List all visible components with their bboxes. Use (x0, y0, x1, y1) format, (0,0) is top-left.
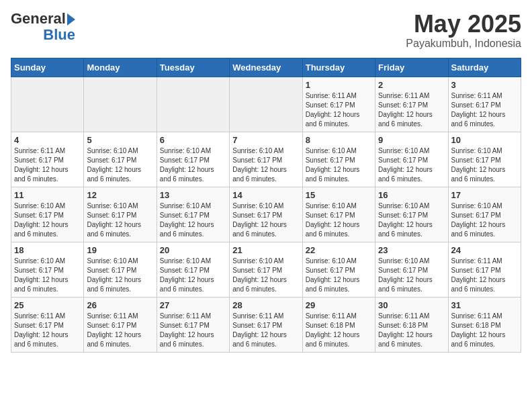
week-row-1: 1Sunrise: 6:11 AM Sunset: 6:17 PM Daylig… (11, 77, 521, 132)
day-number: 20 (160, 245, 226, 255)
day-header-tuesday: Tuesday (157, 58, 229, 77)
day-number: 11 (14, 190, 81, 200)
day-header-friday: Friday (375, 58, 448, 77)
day-header-wednesday: Wednesday (230, 58, 302, 77)
calendar-cell: 19Sunrise: 6:10 AM Sunset: 6:17 PM Dayli… (84, 242, 157, 297)
logo: General Blue (11, 11, 75, 43)
day-header-thursday: Thursday (302, 58, 375, 77)
day-info: Sunrise: 6:11 AM Sunset: 6:18 PM Dayligh… (451, 312, 518, 349)
day-info: Sunrise: 6:11 AM Sunset: 6:18 PM Dayligh… (378, 312, 445, 349)
calendar-cell: 14Sunrise: 6:10 AM Sunset: 6:17 PM Dayli… (230, 187, 302, 242)
day-info: Sunrise: 6:10 AM Sunset: 6:17 PM Dayligh… (14, 201, 81, 239)
day-header-saturday: Saturday (448, 58, 521, 77)
calendar-cell: 24Sunrise: 6:11 AM Sunset: 6:17 PM Dayli… (448, 242, 521, 297)
day-info: Sunrise: 6:11 AM Sunset: 6:17 PM Dayligh… (14, 312, 81, 349)
day-info: Sunrise: 6:10 AM Sunset: 6:17 PM Dayligh… (87, 201, 153, 239)
day-number: 15 (306, 190, 372, 200)
week-row-3: 11Sunrise: 6:10 AM Sunset: 6:17 PM Dayli… (11, 187, 521, 242)
calendar-cell: 7Sunrise: 6:10 AM Sunset: 6:17 PM Daylig… (230, 132, 302, 187)
calendar-cell (230, 77, 302, 132)
day-number: 6 (160, 135, 226, 145)
day-number: 17 (451, 190, 518, 200)
day-info: Sunrise: 6:10 AM Sunset: 6:17 PM Dayligh… (160, 146, 226, 184)
day-info: Sunrise: 6:11 AM Sunset: 6:17 PM Dayligh… (232, 312, 299, 349)
day-info: Sunrise: 6:11 AM Sunset: 6:17 PM Dayligh… (87, 312, 153, 349)
day-number: 8 (306, 135, 372, 145)
calendar-cell: 2Sunrise: 6:11 AM Sunset: 6:17 PM Daylig… (375, 77, 448, 132)
day-info: Sunrise: 6:10 AM Sunset: 6:17 PM Dayligh… (378, 257, 445, 294)
day-info: Sunrise: 6:10 AM Sunset: 6:17 PM Dayligh… (87, 146, 153, 184)
day-info: Sunrise: 6:11 AM Sunset: 6:17 PM Dayligh… (306, 91, 372, 129)
calendar-cell: 16Sunrise: 6:10 AM Sunset: 6:17 PM Dayli… (375, 187, 448, 242)
day-number: 31 (451, 300, 518, 310)
day-header-monday: Monday (84, 58, 157, 77)
day-number: 18 (14, 245, 81, 255)
day-info: Sunrise: 6:10 AM Sunset: 6:17 PM Dayligh… (232, 257, 299, 294)
day-info: Sunrise: 6:10 AM Sunset: 6:17 PM Dayligh… (378, 201, 445, 239)
day-number: 4 (14, 135, 81, 145)
day-info: Sunrise: 6:10 AM Sunset: 6:17 PM Dayligh… (14, 257, 81, 294)
day-number: 25 (14, 300, 81, 310)
day-info: Sunrise: 6:11 AM Sunset: 6:17 PM Dayligh… (160, 312, 226, 349)
day-info: Sunrise: 6:10 AM Sunset: 6:17 PM Dayligh… (378, 146, 445, 184)
day-info: Sunrise: 6:10 AM Sunset: 6:17 PM Dayligh… (306, 201, 372, 239)
calendar-cell: 13Sunrise: 6:10 AM Sunset: 6:17 PM Dayli… (157, 187, 229, 242)
week-row-2: 4Sunrise: 6:11 AM Sunset: 6:17 PM Daylig… (11, 132, 521, 187)
day-number: 2 (378, 80, 445, 90)
day-number: 23 (378, 245, 445, 255)
day-info: Sunrise: 6:10 AM Sunset: 6:17 PM Dayligh… (232, 146, 299, 184)
day-info: Sunrise: 6:11 AM Sunset: 6:18 PM Dayligh… (306, 312, 372, 349)
calendar-cell (11, 77, 84, 132)
calendar-cell: 1Sunrise: 6:11 AM Sunset: 6:17 PM Daylig… (302, 77, 375, 132)
calendar-cell: 21Sunrise: 6:10 AM Sunset: 6:17 PM Dayli… (230, 242, 302, 297)
day-number: 10 (451, 135, 518, 145)
calendar-cell: 22Sunrise: 6:10 AM Sunset: 6:17 PM Dayli… (302, 242, 375, 297)
calendar-cell: 18Sunrise: 6:10 AM Sunset: 6:17 PM Dayli… (11, 242, 84, 297)
day-number: 30 (378, 300, 445, 310)
calendar-cell: 3Sunrise: 6:11 AM Sunset: 6:17 PM Daylig… (448, 77, 521, 132)
calendar-cell: 17Sunrise: 6:10 AM Sunset: 6:17 PM Dayli… (448, 187, 521, 242)
day-number: 19 (87, 245, 153, 255)
day-info: Sunrise: 6:10 AM Sunset: 6:17 PM Dayligh… (160, 257, 226, 294)
calendar-cell: 26Sunrise: 6:11 AM Sunset: 6:17 PM Dayli… (84, 297, 157, 352)
week-row-4: 18Sunrise: 6:10 AM Sunset: 6:17 PM Dayli… (11, 242, 521, 297)
calendar-cell: 27Sunrise: 6:11 AM Sunset: 6:17 PM Dayli… (157, 297, 229, 352)
calendar-cell: 31Sunrise: 6:11 AM Sunset: 6:18 PM Dayli… (448, 297, 521, 352)
day-number: 5 (87, 135, 153, 145)
day-header-row: SundayMondayTuesdayWednesdayThursdayFrid… (11, 58, 521, 77)
day-info: Sunrise: 6:10 AM Sunset: 6:17 PM Dayligh… (87, 257, 153, 294)
calendar-subtitle: Payakumbuh, Indonesia (406, 38, 521, 50)
calendar-cell: 8Sunrise: 6:10 AM Sunset: 6:17 PM Daylig… (302, 132, 375, 187)
day-number: 3 (451, 80, 518, 90)
day-info: Sunrise: 6:10 AM Sunset: 6:17 PM Dayligh… (306, 146, 372, 184)
calendar-cell: 10Sunrise: 6:10 AM Sunset: 6:17 PM Dayli… (448, 132, 521, 187)
week-row-5: 25Sunrise: 6:11 AM Sunset: 6:17 PM Dayli… (11, 297, 521, 352)
day-number: 27 (160, 300, 226, 310)
calendar-cell: 28Sunrise: 6:11 AM Sunset: 6:17 PM Dayli… (230, 297, 302, 352)
day-number: 1 (306, 80, 372, 90)
logo-general: General (11, 11, 66, 27)
day-info: Sunrise: 6:11 AM Sunset: 6:17 PM Dayligh… (14, 146, 81, 184)
day-info: Sunrise: 6:11 AM Sunset: 6:17 PM Dayligh… (451, 91, 518, 129)
calendar-cell: 25Sunrise: 6:11 AM Sunset: 6:17 PM Dayli… (11, 297, 84, 352)
title-block: May 2025 Payakumbuh, Indonesia (406, 11, 521, 50)
calendar-title: May 2025 (406, 11, 521, 38)
day-number: 24 (451, 245, 518, 255)
day-info: Sunrise: 6:10 AM Sunset: 6:17 PM Dayligh… (160, 201, 226, 239)
day-number: 22 (306, 245, 372, 255)
calendar-table: SundayMondayTuesdayWednesdayThursdayFrid… (11, 58, 521, 353)
day-info: Sunrise: 6:11 AM Sunset: 6:17 PM Dayligh… (451, 257, 518, 294)
day-number: 7 (232, 135, 299, 145)
day-number: 26 (87, 300, 153, 310)
calendar-cell (157, 77, 229, 132)
day-number: 12 (87, 190, 153, 200)
calendar-cell: 15Sunrise: 6:10 AM Sunset: 6:17 PM Dayli… (302, 187, 375, 242)
calendar-cell: 9Sunrise: 6:10 AM Sunset: 6:17 PM Daylig… (375, 132, 448, 187)
calendar-cell: 5Sunrise: 6:10 AM Sunset: 6:17 PM Daylig… (84, 132, 157, 187)
day-info: Sunrise: 6:11 AM Sunset: 6:17 PM Dayligh… (378, 91, 445, 129)
calendar-cell: 11Sunrise: 6:10 AM Sunset: 6:17 PM Dayli… (11, 187, 84, 242)
calendar-cell: 12Sunrise: 6:10 AM Sunset: 6:17 PM Dayli… (84, 187, 157, 242)
logo-arrow-icon (67, 13, 75, 26)
logo-blue: Blue (43, 27, 75, 43)
day-info: Sunrise: 6:10 AM Sunset: 6:17 PM Dayligh… (451, 201, 518, 239)
